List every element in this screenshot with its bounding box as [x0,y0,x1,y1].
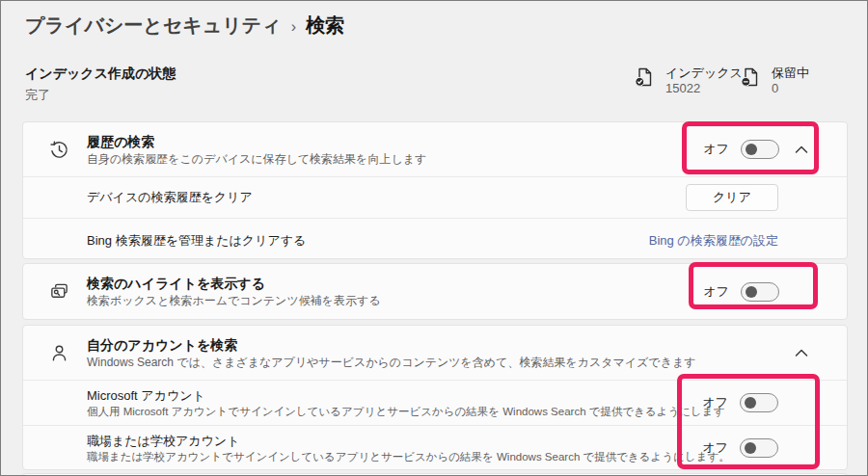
search-history-row[interactable]: 履歴の検索 自身の検索履歴をこのデバイスに保存して検索結果を向上します オフ [23,122,847,176]
microsoft-account-row: Microsoft アカウント 個人用 Microsoft アカウントでサインイ… [23,381,847,425]
document-check-icon [634,66,655,88]
bing-history-label: Bing 検索履歴を管理またはクリアする [87,232,649,250]
search-highlights-toggle-label: オフ [703,283,729,301]
search-history-description: 自身の検索履歴をこのデバイスに保存して検索結果を向上します [87,152,703,166]
search-accounts-title: 自分のアカウントを検索 [87,337,795,353]
search-highlights-row: 検索のハイライトを表示する 検索ボックスと検索ホームでコンテンツ候補を表示する … [23,264,847,319]
bing-history-row: Bing 検索履歴を管理またはクリアする Bing の検索履歴の設定 [23,219,847,263]
chevron-up-icon[interactable] [795,145,808,154]
clear-button[interactable]: クリア [686,184,778,211]
page-title: 検索 [306,13,344,39]
indexed-value: 15022 [665,82,743,95]
chevron-up-icon[interactable] [795,349,808,357]
settings-window: プライバシーとセキュリティ › 検索 インデックス作成の状態 完了 インデックス… [0,0,868,476]
search-accounts-row[interactable]: 自分のアカウントを検索 Windows Search では、さまざまなアプリやサ… [23,326,847,380]
search-highlights-card: 検索のハイライトを表示する 検索ボックスと検索ホームでコンテンツ候補を表示する … [22,263,848,320]
breadcrumb-separator: › [291,16,296,36]
microsoft-account-toggle[interactable] [740,393,778,412]
clear-device-history-label: デバイスの検索履歴をクリア [87,189,686,206]
search-highlights-icon [48,281,69,303]
person-icon [48,342,69,363]
pending-count-stat: 保留中 0 [740,66,809,95]
search-history-title: 履歴の検索 [87,134,703,149]
search-history-card: 履歴の検索 自身の検索履歴をこのデバイスに保存して検索結果を向上します オフ デ… [22,121,848,259]
search-accounts-card: 自分のアカウントを検索 Windows Search では、さまざまなアプリやサ… [22,325,848,470]
history-icon [48,139,69,160]
work-school-account-row: 職場または学校アカウント 職場または学校アカウントでサインインしているアプリとサ… [23,426,847,470]
breadcrumb-privacy-security[interactable]: プライバシーとセキュリティ [25,13,282,39]
pending-label: 保留中 [772,66,809,80]
search-history-toggle[interactable] [741,140,779,159]
indexed-count-stat: インデックス 15022 [634,66,743,95]
breadcrumb: プライバシーとセキュリティ › 検索 [25,13,344,39]
work-school-account-toggle[interactable] [740,438,778,458]
microsoft-account-title: Microsoft アカウント [87,388,702,403]
work-school-account-description: 職場または学校アカウントでサインインしているアプリとサービスからの結果を Win… [87,451,702,463]
work-school-account-title: 職場または学校アカウント [87,434,702,448]
indexing-status-title: インデックス作成の状態 [25,66,176,83]
search-history-toggle-label: オフ [703,141,729,158]
search-highlights-description: 検索ボックスと検索ホームでコンテンツ候補を表示する [87,294,703,307]
clear-device-history-row: デバイスの検索履歴をクリア クリア [23,177,847,218]
microsoft-account-description: 個人用 Microsoft アカウントでサインインしているアプリとサービスからの… [87,406,702,418]
indexed-label: インデックス [665,66,743,80]
document-pause-icon [740,66,761,88]
search-highlights-title: 検索のハイライトを表示する [87,276,703,291]
work-school-account-toggle-label: オフ [702,439,728,457]
search-highlights-toggle[interactable] [741,282,779,302]
pending-value: 0 [772,82,809,95]
bing-history-settings-link[interactable]: Bing の検索履歴の設定 [649,232,778,250]
indexing-status-value: 完了 [25,87,50,104]
microsoft-account-toggle-label: オフ [702,394,728,411]
search-accounts-description: Windows Search では、さまざまなアプリやサービスからのコンテンツを… [87,356,795,369]
